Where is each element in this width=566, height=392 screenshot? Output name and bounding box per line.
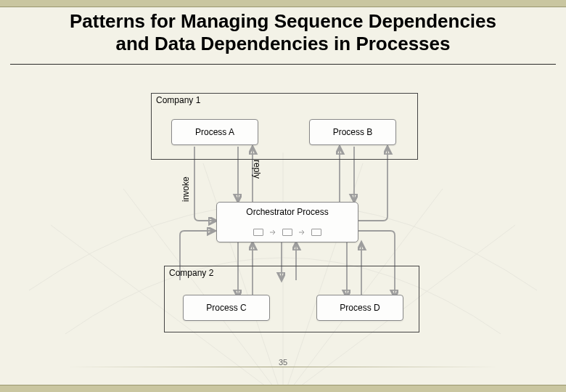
- orchestrator-step-2: [282, 229, 292, 236]
- slide-title: Patterns for Managing Sequence Dependenc…: [0, 10, 566, 55]
- company-1-label: Company 1: [156, 96, 200, 105]
- process-c-box: Process C: [183, 295, 270, 321]
- orchestrator-box: Orchestrator Process: [216, 202, 358, 242]
- orchestrator-title: Orchestrator Process: [217, 208, 358, 216]
- bottom-accent-band: [0, 385, 566, 392]
- architecture-diagram: Company 1 Process A Process B Orchestrat…: [136, 93, 432, 332]
- footer-divider: 35: [67, 367, 499, 367]
- page-number: 35: [273, 359, 293, 367]
- process-d-box: Process D: [316, 295, 403, 321]
- slide-title-wrap: Patterns for Managing Sequence Dependenc…: [0, 10, 566, 55]
- process-a-box: Process A: [171, 119, 258, 145]
- step-arrow-icon: [299, 229, 305, 235]
- company-2-label: Company 2: [169, 269, 213, 278]
- slide-title-line2: and Data Dependencies in Processes: [0, 33, 566, 55]
- invoke-label: invoke: [181, 176, 190, 202]
- orchestrator-step-3: [311, 229, 321, 236]
- orchestrator-steps: [253, 229, 321, 236]
- orchestrator-step-1: [253, 229, 263, 236]
- slide-title-line1: Patterns for Managing Sequence Dependenc…: [70, 10, 496, 32]
- title-underline: [10, 64, 556, 65]
- reply-label: reply: [253, 160, 261, 179]
- process-b-box: Process B: [309, 119, 396, 145]
- step-arrow-icon: [270, 229, 276, 235]
- top-accent-band: [0, 0, 566, 7]
